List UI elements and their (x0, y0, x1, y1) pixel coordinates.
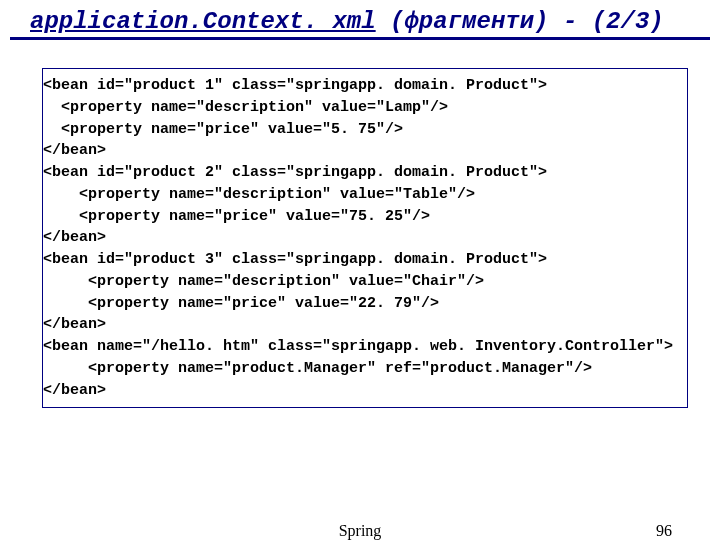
code-line: </bean> (43, 227, 687, 249)
title-suffix: (фрагменти) - (2/3) (376, 8, 664, 35)
code-line: <property name="description" value="Tabl… (43, 184, 687, 206)
footer-text: Spring (0, 522, 720, 540)
code-line: <property name="description" value="Chai… (43, 271, 687, 293)
code-line: <property name="price" value="5. 75"/> (43, 119, 687, 141)
slide-title: application.Context. xml (фрагменти) - (… (10, 0, 710, 40)
code-line: <bean id="product 1" class="springapp. d… (43, 75, 687, 97)
code-line: <property name="price" value="75. 25"/> (43, 206, 687, 228)
code-line: </bean> (43, 380, 687, 402)
code-line: <property name="description" value="Lamp… (43, 97, 687, 119)
title-filename: application.Context. xml (30, 8, 376, 35)
code-line: <bean name="/hello. htm" class="springap… (43, 336, 687, 358)
code-line: <bean id="product 3" class="springapp. d… (43, 249, 687, 271)
code-line: </bean> (43, 314, 687, 336)
slide: application.Context. xml (фрагменти) - (… (0, 0, 720, 540)
code-line: <bean id="product 2" class="springapp. d… (43, 162, 687, 184)
page-number: 96 (656, 522, 672, 540)
code-block: <bean id="product 1" class="springapp. d… (42, 68, 688, 408)
code-line: <property name="product.Manager" ref="pr… (43, 358, 687, 380)
code-line: <property name="price" value="22. 79"/> (43, 293, 687, 315)
code-line: </bean> (43, 140, 687, 162)
